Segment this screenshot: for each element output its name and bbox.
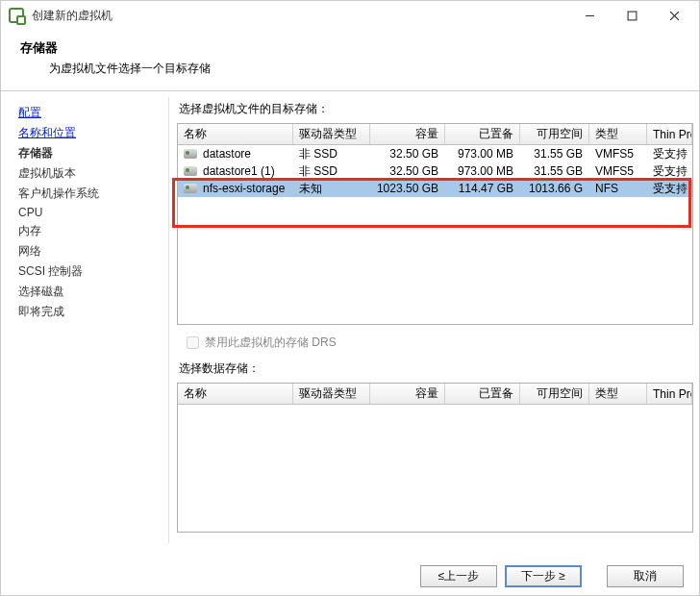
datastore-table-label: 选择数据存储： [177, 359, 693, 383]
sidebar-item-scsi: SCSI 控制器 [18, 261, 162, 282]
sidebar-item-ready: 即将完成 [18, 302, 162, 322]
wizard-sidebar: 配置 名称和位置 存储器 虚拟机版本 客户机操作系统 CPU 内存 网络 SCS… [7, 97, 162, 543]
disable-drs-checkbox [187, 336, 199, 349]
cell-capacity: 1023.50 GB [370, 179, 445, 198]
table-row[interactable]: datastore1 (1)非 SSD32.50 GB973.00 MB31.5… [178, 162, 692, 180]
page-title: 存储器 [20, 39, 682, 57]
storage-table-label: 选择虚拟机文件的目标存储： [177, 97, 693, 123]
sidebar-item-guest-os: 客户机操作系统 [18, 184, 162, 204]
table-header-row: 名称 驱动器类型 容量 已置备 可用空间 类型 Thin Provi [178, 124, 692, 145]
cell-provisioned: 114.47 GB [445, 179, 520, 198]
table-row[interactable]: nfs-esxi-storage未知1023.50 GB114.47 GB101… [178, 180, 692, 197]
sidebar-item-config[interactable]: 配置 [18, 103, 162, 123]
cell-free: 31.55 GB [520, 161, 589, 181]
th2-provisioned[interactable]: 已置备 [445, 384, 520, 404]
minimize-button[interactable] [568, 2, 611, 29]
cell-thin: 受支持 [647, 178, 692, 200]
th2-name[interactable]: 名称 [178, 384, 293, 404]
datastore-icon [184, 166, 197, 176]
cell-capacity: 32.50 GB [370, 161, 445, 181]
next-button[interactable]: 下一步 ≥ [505, 565, 582, 587]
datastore-icon [184, 184, 197, 193]
datastore-rows-empty [178, 405, 692, 532]
th-thin[interactable]: Thin Provi [647, 124, 692, 144]
close-button[interactable] [653, 2, 695, 29]
datastore-table: 名称 驱动器类型 容量 已置备 可用空间 类型 Thin Provis [177, 383, 693, 533]
back-button[interactable]: ≤上一步 [420, 565, 497, 587]
th-name[interactable]: 名称 [178, 124, 293, 144]
th2-free[interactable]: 可用空间 [520, 384, 589, 404]
th2-drive-type[interactable]: 驱动器类型 [293, 384, 370, 404]
datastore-icon [184, 149, 197, 159]
maximize-button[interactable] [611, 2, 653, 29]
wizard-header: 存储器 为虚拟机文件选择一个目标存储 [1, 30, 699, 90]
th2-type[interactable]: 类型 [589, 384, 647, 404]
th2-thin[interactable]: Thin Provis [647, 384, 692, 404]
cell-name: nfs-esxi-storage [203, 182, 285, 195]
wizard-footer: ≤上一步 下一步 ≥ 取消 [420, 565, 684, 587]
cell-provisioned: 973.00 MB [445, 161, 520, 181]
sidebar-item-cpu: CPU [18, 204, 162, 221]
th-drive-type[interactable]: 驱动器类型 [293, 124, 370, 144]
cell-name: datastore1 (1) [203, 164, 275, 178]
sidebar-item-name-location[interactable]: 名称和位置 [18, 123, 162, 143]
cell-type: VMFS5 [589, 161, 647, 181]
page-subtitle: 为虚拟机文件选择一个目标存储 [20, 61, 682, 77]
cell-name: datastore [203, 147, 251, 161]
window-title: 创建新的虚拟机 [32, 8, 568, 24]
main-panel: 选择虚拟机文件的目标存储： 名称 驱动器类型 容量 已置备 可用空间 类型 Th… [168, 97, 693, 543]
sidebar-item-memory: 内存 [18, 221, 162, 241]
table-row[interactable]: datastore非 SSD32.50 GB973.00 MB31.55 GBV… [178, 145, 692, 162]
table-header-row-2: 名称 驱动器类型 容量 已置备 可用空间 类型 Thin Provis [178, 384, 692, 405]
titlebar: 创建新的虚拟机 [1, 1, 699, 30]
sidebar-item-storage: 存储器 [18, 143, 162, 163]
cell-type: NFS [589, 179, 647, 198]
svg-rect-1 [628, 12, 637, 20]
app-icon [9, 8, 24, 23]
storage-table: 名称 驱动器类型 容量 已置备 可用空间 类型 Thin Provi datas… [177, 123, 693, 325]
cell-free: 1013.66 G [520, 179, 589, 198]
sidebar-item-vm-version: 虚拟机版本 [18, 163, 162, 184]
cancel-button[interactable]: 取消 [607, 565, 684, 587]
sidebar-item-network: 网络 [18, 241, 162, 261]
disable-drs-label: 禁用此虚拟机的存储 DRS [205, 335, 337, 351]
th-provisioned[interactable]: 已置备 [445, 124, 520, 144]
disable-drs-row: 禁用此虚拟机的存储 DRS [177, 325, 693, 359]
cell-drive: 未知 [293, 178, 370, 200]
sidebar-item-select-disk: 选择磁盘 [18, 282, 162, 302]
th-capacity[interactable]: 容量 [370, 124, 445, 144]
th-free[interactable]: 可用空间 [520, 124, 589, 144]
th2-capacity[interactable]: 容量 [370, 384, 445, 404]
th-type[interactable]: 类型 [589, 124, 647, 144]
